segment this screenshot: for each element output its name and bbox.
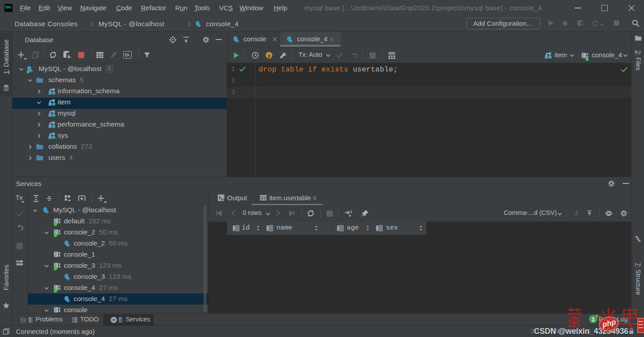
svg-text:p: p xyxy=(267,52,271,58)
